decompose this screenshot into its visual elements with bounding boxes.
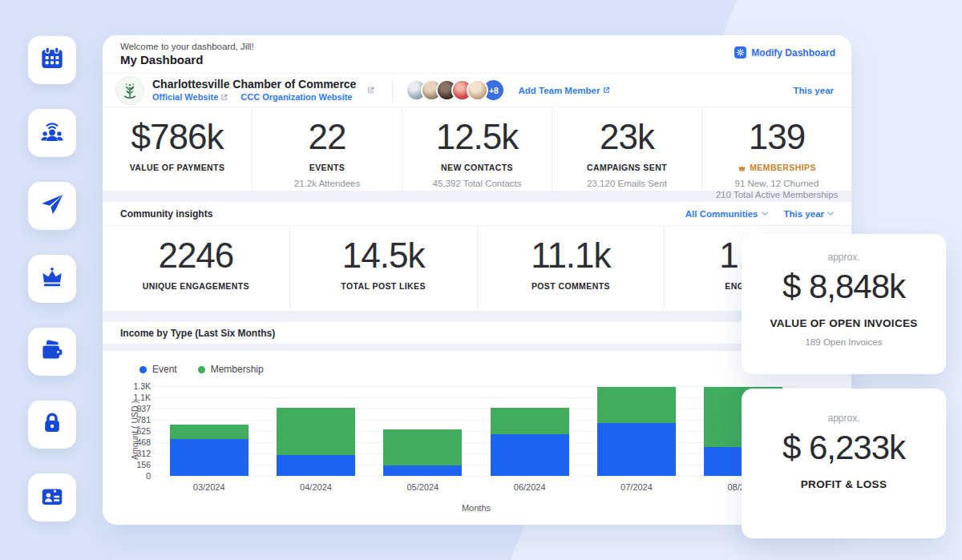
sidebar-item-memberships[interactable] <box>28 255 76 303</box>
bar-segment-membership[interactable] <box>491 408 569 434</box>
y-tick-label: 937 <box>136 404 151 413</box>
x-tick-label: 06/2024 <box>476 482 583 492</box>
period-dropdown-label: This year <box>794 86 835 95</box>
stat-label: MEMBERSHIPS <box>750 163 816 172</box>
stat-total-post-likes: 14.5k TOTAL POST LIKES <box>289 226 477 311</box>
y-tick-label: 468 <box>136 437 151 447</box>
y-tick-label: 781 <box>136 415 151 425</box>
community-icon <box>39 119 65 147</box>
page-background: { "colors": { "accent_blue": "#2f6ef5", … <box>0 0 962 560</box>
profit-loss-label: PROFIT & LOSS <box>742 478 946 490</box>
sidebar-item-payments[interactable] <box>28 328 76 376</box>
income-chart: EventMembership Amount ( USD ) 1.3K1.1K9… <box>103 351 851 525</box>
stat-value: 22 <box>253 119 402 155</box>
y-tick-label: 312 <box>136 449 151 458</box>
official-website-link[interactable]: Official Website <box>152 92 228 102</box>
bar-segment-membership[interactable] <box>383 429 462 465</box>
stat-value: 139 <box>702 119 851 155</box>
stat-value: 23k <box>552 119 701 155</box>
legend-item-membership[interactable]: Membership <box>198 364 264 375</box>
official-website-label: Official Website <box>152 92 218 102</box>
stat-label: VALUE OF PAYMENTS <box>103 163 252 172</box>
x-tick-label: 03/2024 <box>156 482 262 492</box>
community-insights-header: Community insights All Communities This … <box>103 202 851 226</box>
bar-slot <box>476 386 583 476</box>
ccc-organization-website-link[interactable]: CCC Organization Website <box>240 92 352 102</box>
sidebar-item-security[interactable] <box>28 401 76 449</box>
stat-label: UNIQUE ENGAGEMENTS <box>103 281 289 291</box>
x-tick-label: 04/2024 <box>262 482 369 492</box>
send-icon <box>39 191 65 220</box>
open-invoices-value: $ 8,848k <box>742 268 946 306</box>
sidebar-item-community[interactable] <box>28 109 76 157</box>
organization-row: Charlottesville Chamber of Commerce Offi… <box>103 74 851 107</box>
chart-plot <box>156 386 797 476</box>
organization-name: Charlottesville Chamber of Commerce <box>152 79 356 91</box>
calendar-icon <box>39 46 65 75</box>
bar-segment-event[interactable] <box>170 439 249 476</box>
chart-bars <box>156 386 797 476</box>
add-team-member-button[interactable]: Add Team Member <box>518 86 610 95</box>
bar-segment-membership[interactable] <box>170 425 249 439</box>
external-link-icon[interactable] <box>367 87 374 94</box>
bar-segment-event[interactable] <box>597 423 676 476</box>
bar-segment-event[interactable] <box>277 455 355 476</box>
chevron-down-icon <box>762 212 768 216</box>
bar-segment-event[interactable] <box>491 434 569 476</box>
income-section-header: Income by Type (Last Six Months) <box>103 322 851 344</box>
modify-dashboard-label: Modify Dashboard <box>751 47 835 58</box>
stat-label: TOTAL POST LIKES <box>290 281 477 291</box>
legend-dot <box>198 366 205 373</box>
stat-label: CAMPAIGNS SENT <box>552 163 701 172</box>
bar-slot <box>583 386 689 476</box>
page-title: My Dashboard <box>120 53 834 66</box>
stat-value: 11.1k <box>478 237 665 274</box>
y-tick-label: 156 <box>136 460 151 469</box>
crown-icon <box>738 163 746 172</box>
period-dropdown[interactable]: This year <box>794 86 835 95</box>
stat-label: NEW CONTACTS <box>402 163 552 172</box>
stat-label-memberships: MEMBERSHIPS <box>702 163 851 172</box>
approx-label: approx. <box>742 252 946 263</box>
team-avatars[interactable]: +8 <box>406 79 505 102</box>
community-period-label: This year <box>784 209 825 219</box>
stat-subtext: 23,120 Emails Sent <box>552 178 701 189</box>
y-tick-label: 1.3K <box>133 381 151 391</box>
stats-row-community: 2246 UNIQUE ENGAGEMENTS 14.5k TOTAL POST… <box>103 226 851 311</box>
gear-icon <box>734 46 746 58</box>
section-title: Community insights <box>120 208 212 220</box>
bar-segment-membership[interactable] <box>597 387 676 423</box>
sidebar-item-send[interactable] <box>28 182 76 230</box>
section-title: Income by Type (Last Six Months) <box>120 328 275 339</box>
stat-subtext: 21.2k Attendees <box>253 178 402 189</box>
bar-segment-membership[interactable] <box>277 408 355 455</box>
legend-dot <box>139 366 147 373</box>
bar-slot <box>156 386 262 476</box>
chart-yticks: 1.3K1.1K9377816254683121560 <box>115 386 151 476</box>
x-tick-label: 05/2024 <box>370 482 476 492</box>
modify-dashboard-button[interactable]: Modify Dashboard <box>734 46 835 58</box>
sidebar-item-contacts[interactable] <box>28 473 76 522</box>
dashboard-header: Welcome to your dashboard, Jill! My Dash… <box>103 35 851 74</box>
sidebar-item-calendar[interactable] <box>28 36 76 84</box>
communities-dropdown[interactable]: All Communities <box>685 209 768 219</box>
approx-label: approx. <box>742 413 946 424</box>
profit-loss-card: approx. $ 6,233k PROFIT & LOSS <box>742 389 946 538</box>
lock-icon <box>39 410 65 439</box>
stat-label: EVENTS <box>253 163 402 172</box>
bar-slot <box>370 386 476 476</box>
legend-item-event[interactable]: Event <box>139 364 177 375</box>
community-period-dropdown[interactable]: This year <box>784 209 835 219</box>
organization-info: Charlottesville Chamber of Commerce Offi… <box>152 79 356 102</box>
ccc-website-label: CCC Organization Website <box>240 92 352 102</box>
stat-value: $786k <box>103 119 252 155</box>
x-axis-title: Months <box>156 503 797 513</box>
chart-months: 03/202404/202405/202406/202407/202408/20… <box>156 482 797 492</box>
bar-segment-event[interactable] <box>383 465 462 476</box>
legend-label: Event <box>152 364 177 375</box>
section-gap <box>103 344 851 351</box>
stat-new-contacts: 12.5k NEW CONTACTS 45,392 Total Contacts <box>402 107 552 191</box>
y-tick-label: 0 <box>146 471 151 481</box>
stat-value: 14.5k <box>290 237 477 274</box>
stat-unique-engagements: 2246 UNIQUE ENGAGEMENTS <box>103 226 289 311</box>
